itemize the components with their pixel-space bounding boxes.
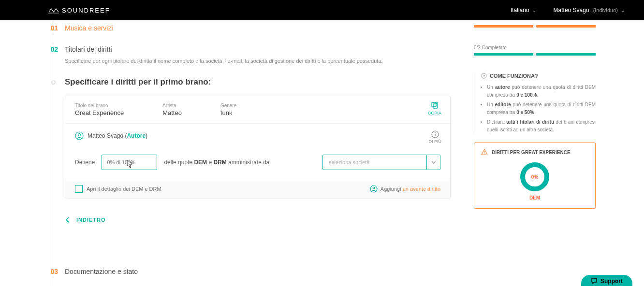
meta-value: Great Experience [75, 109, 124, 116]
track-title-meta: Titolo del brano Great Experience [75, 103, 124, 116]
step-2: 02 Titolari dei diritti Specificare per … [0, 44, 465, 223]
support-label: Support [600, 278, 623, 285]
help-item: Un editore può detenere una quota di dir… [487, 101, 596, 116]
step-number: 03 [48, 267, 58, 276]
meta-label: Genere [220, 103, 236, 108]
society-select[interactable]: seleziona società [322, 155, 440, 170]
card-footer: Apri il dettaglio dei DEM e DRM Aggiungi… [65, 179, 450, 199]
copy-icon [430, 101, 439, 110]
step-3: 03 Documentazione e stato [0, 267, 465, 276]
warning-title: DIRITTI PER GREAT EXPERIENCE [481, 149, 588, 156]
step2-progress [474, 53, 596, 56]
svg-rect-1 [432, 102, 436, 107]
step-title[interactable]: Documentazione e stato [65, 268, 138, 275]
help-item: Dichiara tutti i titolari di diritti dei… [487, 118, 596, 134]
step-title[interactable]: Musica e servizi [65, 24, 113, 32]
step-title: Titolari dei diritti [65, 45, 112, 53]
person-icon [75, 131, 84, 140]
meta-label: Titolo del brano [75, 103, 124, 108]
step1-progress [474, 25, 596, 28]
help-title: ? COME FUNZIONA? [481, 73, 596, 79]
svg-point-6 [78, 134, 81, 136]
detail-toggle[interactable]: Apri il dettaglio dei DEM e DRM [75, 185, 161, 193]
genre-meta: Genere funk [220, 103, 236, 116]
chevron-down-icon [426, 155, 440, 170]
section-title: Specificare i diritti per il primo brano… [65, 77, 465, 87]
user-name: Matteo Svago [554, 7, 589, 14]
help-list: Un autore può detenere una quota di diri… [481, 84, 596, 134]
brand-logo: SOUNDREEF [48, 7, 110, 14]
chevron-left-icon [65, 216, 70, 223]
copy-label: COPIA [428, 111, 441, 115]
checkbox[interactable] [75, 185, 83, 193]
more-button[interactable]: DI PIÙ [428, 130, 441, 144]
card-header: Titolo del brano Great Experience Artist… [65, 96, 450, 124]
chat-icon [591, 278, 598, 285]
svg-point-16 [484, 153, 484, 154]
step-description: Specificare per ogni titolare del diritt… [65, 58, 465, 64]
step-dot [51, 80, 56, 85]
logo-icon [48, 7, 59, 14]
rights-warning-box: DIRITTI PER GREAT EXPERIENCE 0% DEM [474, 143, 596, 209]
svg-point-10 [435, 135, 436, 136]
help-box: ? COME FUNZIONA? Un autore può detenere … [474, 73, 596, 134]
language-label: Italiano [511, 7, 529, 14]
brand-text: SOUNDREEF [62, 7, 110, 14]
meta-value: Matteo [162, 109, 182, 116]
more-label: DI PIÙ [428, 139, 441, 144]
completion-count: 0/2 Completato [474, 45, 596, 50]
meta-value: funk [220, 109, 236, 116]
donut-label: DEM [481, 195, 588, 200]
section-title-text: Specificare i diritti per il primo brano… [65, 77, 211, 86]
svg-rect-2 [433, 104, 438, 108]
percentage-input[interactable] [102, 155, 157, 170]
back-label: INDIETRO [76, 217, 106, 223]
step-number: 01 [48, 23, 58, 33]
person-header: Matteo Svago (Autore) [75, 131, 440, 140]
svg-text:?: ? [483, 74, 485, 78]
donut-percent: 0% [531, 174, 538, 180]
add-rights-holder[interactable]: Aggiungi un avente diritto [370, 185, 440, 193]
detail-label: Apri il dettaglio dei DEM e DRM [87, 186, 161, 192]
copy-button[interactable]: COPIA [428, 101, 441, 115]
dem-donut: 0% [520, 162, 549, 191]
person-add-icon [370, 185, 378, 193]
share-row: Detiene delle quote DEM e DRM amministra… [75, 155, 440, 170]
society-placeholder: seleziona società [323, 155, 426, 170]
topbar-right: Italiano ⌄ Matteo Svago (Individuo) ⌄ [511, 7, 625, 14]
rights-holder-row: Matteo Svago (Autore) DI PIÙ Detiene del… [65, 124, 450, 179]
back-button[interactable]: INDIETRO [65, 216, 465, 223]
share-description: delle quote DEM e DRM amministrate da [164, 159, 269, 166]
account-type: (Individuo) [593, 7, 618, 13]
svg-point-9 [435, 134, 436, 135]
step-number: 02 [48, 44, 58, 54]
svg-point-12 [373, 187, 375, 189]
chevron-down-icon: ⌄ [532, 8, 536, 13]
step-connector-line [53, 20, 53, 286]
language-selector[interactable]: Italiano ⌄ [511, 7, 536, 14]
chevron-down-icon: ⌄ [621, 8, 625, 13]
support-button[interactable]: Support [581, 275, 632, 286]
help-item: Un autore può detenere una quota di diri… [487, 84, 596, 99]
main-content: 01 Musica e servizi 02 Titolari dei diri… [0, 20, 465, 286]
user-menu[interactable]: Matteo Svago (Individuo) ⌄ [554, 7, 625, 14]
track-card: Titolo del brano Great Experience Artist… [65, 96, 451, 199]
artist-meta: Artista Matteo [162, 103, 182, 116]
topbar: SOUNDREEF Italiano ⌄ Matteo Svago (Indiv… [0, 0, 644, 20]
warning-icon [481, 149, 488, 156]
person-name-text: Matteo Svago (Autore) [88, 132, 147, 139]
sidebar-right: 0/2 Completato ? COME FUNZIONA? Un autor… [465, 20, 644, 286]
meta-label: Artista [162, 103, 182, 108]
svg-point-8 [435, 132, 436, 133]
more-icon [431, 130, 439, 138]
help-icon: ? [481, 73, 487, 79]
holds-label: Detiene [75, 159, 95, 166]
step-1: 01 Musica e servizi [0, 23, 465, 33]
